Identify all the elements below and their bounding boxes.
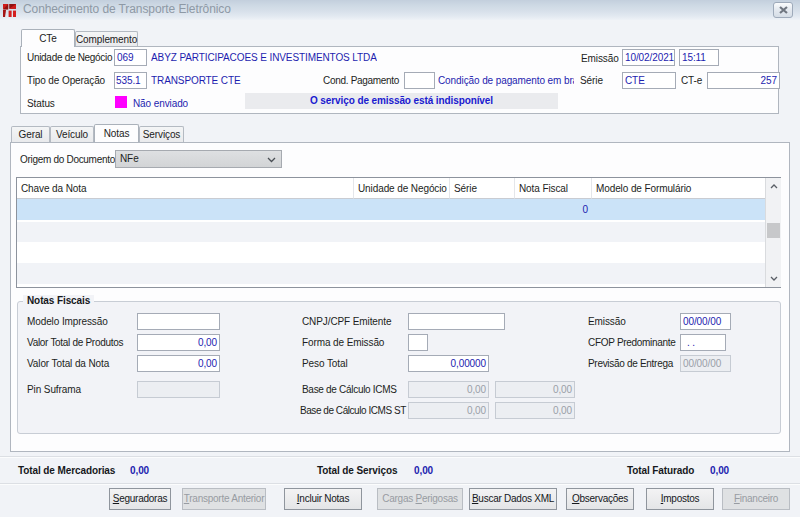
window-title: Conhecimento de Transporte Eletrônico — [23, 0, 231, 19]
status-text: Não enviado — [133, 98, 188, 109]
unidade-negocio-field[interactable]: 069 — [114, 49, 147, 66]
tab-cte[interactable]: CTe — [21, 29, 75, 47]
base-icms-label: Base de Cálculo ICMS — [302, 384, 397, 395]
impostos-button[interactable]: Impostos — [646, 488, 714, 510]
emissao-time-field[interactable]: 15:11 — [679, 49, 719, 66]
base-icms-field-1: 0,00 — [408, 381, 489, 398]
button-label-post: eguradoras — [119, 493, 167, 504]
cte-number-label: CT-e — [681, 75, 702, 86]
tab-servicos[interactable]: Serviços — [139, 126, 184, 142]
serie-label: Série — [580, 75, 603, 86]
unidade-negocio-desc: ABYZ PARTICIPACOES E INVESTIMENTOS LTDA — [151, 52, 377, 63]
valor-total-nota-field[interactable]: 0,00 — [137, 355, 220, 372]
previsao-entrega-label: Previsão de Entrega — [588, 358, 673, 369]
grid-row[interactable] — [17, 263, 765, 284]
observacoes-button[interactable]: Observações — [566, 488, 634, 510]
button-label-post: mpostos — [663, 493, 699, 504]
tab-geral[interactable]: Geral — [11, 126, 50, 142]
grid-header-unidade: Unidade de Negócio — [354, 178, 450, 199]
incluir-notas-button[interactable]: Incluir Notas — [284, 488, 362, 510]
serie-field[interactable]: CTE — [622, 72, 676, 89]
emissao-label: Emissão — [581, 53, 619, 64]
tab-label: Geral — [19, 129, 43, 140]
button-label-pre: Cargas — [382, 493, 415, 504]
chevron-down-icon — [770, 276, 778, 281]
tab-complemento[interactable]: Complemento — [75, 31, 138, 46]
base-icms-st-field-1: 0,00 — [408, 402, 489, 419]
tab-veiculo[interactable]: Veículo — [50, 126, 94, 142]
tab-label: Veículo — [56, 129, 88, 140]
chevron-up-icon — [770, 184, 778, 189]
grid-row-selected[interactable]: 0 — [17, 199, 765, 220]
transporte-anterior-button: Transporte Anterior — [182, 488, 266, 510]
close-button[interactable] — [773, 2, 793, 18]
base-icms-st-label: Base de Cálculo ICMS ST — [300, 405, 406, 416]
status-label: Status — [27, 98, 55, 109]
grid-row[interactable] — [17, 242, 765, 263]
button-label-post: ncluir Notas — [299, 493, 349, 504]
button-label-post: erigosas — [422, 493, 458, 504]
grid-header-chave: Chave da Nota — [17, 178, 354, 199]
base-icms-st-field-2: 0,00 — [495, 402, 575, 419]
button-label-post: ransporte Anterior — [189, 493, 264, 504]
total-mercadorias-value: 0,00 — [130, 465, 149, 476]
emission-service-banner: O serviço de emissão está indisponível — [245, 93, 558, 109]
buttons-top-divider — [0, 483, 800, 485]
cfop-label: CFOP Predominante — [588, 337, 676, 348]
grid-header-serie: Série — [450, 178, 515, 199]
cfop-field[interactable]: . . — [680, 334, 726, 351]
scroll-thumb[interactable] — [767, 223, 780, 238]
tipo-operacao-label: Tipo de Operação — [27, 75, 105, 86]
scroll-down-button[interactable] — [766, 270, 781, 287]
total-faturado-label: Total Faturado — [627, 465, 694, 476]
combo-selected-value: NFe — [120, 153, 139, 164]
total-mercadorias-label: Total de Mercadorias — [18, 465, 115, 476]
valor-total-produtos-field[interactable]: 0,00 — [137, 334, 220, 351]
grid-row[interactable] — [17, 222, 765, 242]
previsao-entrega-field: 00/00/00 — [680, 355, 731, 372]
tipo-operacao-field[interactable]: 535.1 — [114, 72, 147, 89]
cargas-perigosas-button: Cargas Perigosas — [377, 488, 463, 510]
cte-number-field[interactable]: 257 — [707, 72, 780, 89]
notas-grid: Chave da Nota Unidade de Negócio Série N… — [16, 177, 781, 288]
peso-total-field[interactable]: 0,00000 — [408, 355, 489, 372]
pin-suframa-label: Pin Suframa — [27, 384, 81, 395]
grid-cell-nota-fiscal: 0 — [515, 199, 588, 220]
grid-header-nota-fiscal: Nota Fiscal — [515, 178, 592, 199]
forma-emissao-label: Forma de Emissão — [302, 337, 384, 348]
unidade-negocio-label: Unidade de Negócio — [27, 52, 112, 63]
scroll-up-button[interactable] — [766, 178, 781, 195]
nf-emissao-label: Emissão — [588, 316, 626, 327]
origem-documento-select[interactable]: NFe — [115, 150, 282, 168]
tab-label: Notas — [104, 128, 130, 139]
app-icon — [3, 3, 17, 17]
financeiro-button: Financeiro — [722, 488, 790, 510]
chevron-down-icon — [267, 157, 276, 163]
cond-pagamento-label: Cond. Pagamento — [323, 75, 399, 86]
total-servicos-value: 0,00 — [414, 465, 433, 476]
cond-pagamento-field[interactable] — [404, 72, 435, 89]
cnpj-emitente-label: CNPJ/CPF Emitente — [302, 316, 391, 327]
cond-pagamento-desc: Condição de pagamento em branco — [438, 75, 574, 86]
totals-top-divider — [0, 456, 800, 458]
tab-notas[interactable]: Notas — [94, 124, 139, 142]
button-label-post: uscar Dados XML — [478, 493, 554, 504]
buscar-dados-xml-button[interactable]: Buscar Dados XML — [469, 488, 557, 510]
forma-emissao-field[interactable] — [408, 334, 428, 351]
cte-window: Conhecimento de Transporte Eletrônico CT… — [0, 0, 800, 517]
pin-suframa-field — [137, 381, 220, 398]
grid-vertical-scrollbar[interactable] — [765, 178, 781, 287]
nf-emissao-field[interactable]: 00/00/00 — [680, 313, 731, 330]
seguradoras-button[interactable]: Seguradoras — [109, 488, 171, 510]
tipo-operacao-desc: TRANSPORTE CTE — [151, 75, 241, 86]
cnpj-emitente-field[interactable] — [408, 313, 505, 330]
peso-total-label: Peso Total — [302, 358, 348, 369]
close-icon — [779, 6, 788, 14]
status-color-box — [115, 96, 127, 108]
base-icms-field-2: 0,00 — [495, 381, 575, 398]
emissao-date-field[interactable]: 10/02/2021 — [622, 49, 675, 66]
modelo-impressao-field[interactable] — [137, 313, 220, 330]
tab-label: CTe — [39, 33, 56, 44]
button-label-post: bservações — [579, 493, 628, 504]
tab-label: Complemento — [76, 34, 137, 45]
